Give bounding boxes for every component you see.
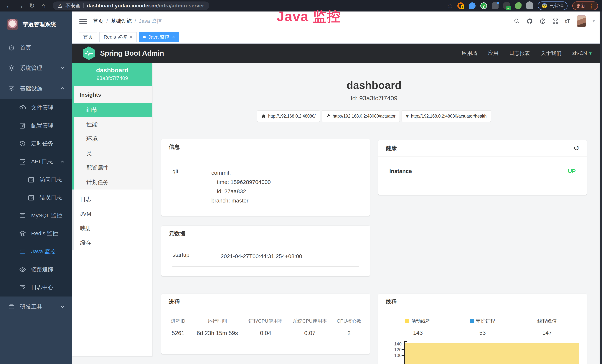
- sba-menu-scheduled-tasks[interactable]: 计划任务: [74, 175, 152, 190]
- help-icon[interactable]: [539, 18, 546, 24]
- sidebar-item-label: 错误日志: [40, 194, 62, 201]
- sba-menu-caches[interactable]: 缓存: [74, 236, 152, 250]
- health-history-icon[interactable]: ↺: [573, 145, 579, 152]
- process-proc-cpu-value: 0.04: [243, 330, 288, 337]
- chevron-down-icon: [61, 65, 64, 69]
- bookmark-star-icon[interactable]: ☆: [447, 2, 453, 10]
- sidebar-item-label: API 日志: [31, 158, 53, 165]
- sba-menu-metrics[interactable]: 性能: [74, 117, 152, 132]
- breadcrumb: 首页 / 基础设施 / Java 监控: [93, 18, 162, 25]
- endpoint-health-url[interactable]: ♥ http://192.168.0.2:48080/actuator/heal…: [402, 110, 491, 122]
- git-branch-line: branch: master: [211, 196, 271, 205]
- sidebar-item-system[interactable]: 系统管理: [0, 58, 72, 78]
- monitor-icon: [8, 85, 15, 92]
- sidebar-item-mysql-monitor[interactable]: MySQL 监控: [0, 207, 72, 225]
- sidebar-item-scheduled-jobs[interactable]: 定时任务: [0, 135, 72, 153]
- breadcrumb-home[interactable]: 首页: [93, 18, 103, 25]
- sidebar-item-devtools[interactable]: 研发工具: [0, 297, 72, 317]
- browser-reload-icon[interactable]: ↻: [27, 2, 37, 10]
- github-icon[interactable]: [527, 18, 533, 24]
- fullscreen-icon[interactable]: [552, 18, 559, 24]
- threads-live-value: 143: [386, 330, 450, 336]
- sba-menu-jvm[interactable]: JVM: [74, 207, 152, 221]
- sidebar-collapse-icon[interactable]: [79, 18, 87, 24]
- extension-icon-leaf[interactable]: [515, 2, 522, 9]
- sidebar-item-error-logs[interactable]: 错误日志: [0, 189, 72, 207]
- extension-icon-grid[interactable]: [492, 2, 499, 9]
- extension-icon-switch[interactable]: on: [503, 2, 510, 9]
- sba-nav-journal[interactable]: 日志报表: [509, 50, 530, 57]
- sba-nav-about[interactable]: 关于我们: [541, 50, 562, 57]
- browser-back-icon[interactable]: ←: [4, 2, 14, 10]
- sba-brand-title[interactable]: Spring Boot Admin: [100, 49, 164, 57]
- endpoint-service-url[interactable]: http://192.168.0.2:48080/: [257, 110, 320, 122]
- sba-nav-wallboard[interactable]: 应用墙: [462, 50, 477, 57]
- browser-home-icon[interactable]: ⌂: [39, 2, 48, 10]
- browser-scrollbar[interactable]: [600, 11, 602, 364]
- tab-java-monitor[interactable]: Java 监控×: [139, 32, 179, 42]
- sba-menu-logs[interactable]: 日志: [74, 192, 152, 207]
- user-avatar[interactable]: [577, 15, 586, 27]
- search-icon[interactable]: [514, 18, 520, 24]
- sba-instance-header[interactable]: dashboard 93a3fc7f7409: [72, 63, 152, 86]
- sba-menu-details[interactable]: 细节: [74, 103, 152, 117]
- address-bar[interactable]: ⚠ 不安全 dashboard.yudao.iocoder.cn/infra/a…: [53, 1, 209, 10]
- infra-submenu: 文件管理 配置管理 定时任务 API 日志 访问日志 错误日志: [0, 99, 72, 297]
- sidebar-item-api-logs[interactable]: API 日志: [0, 153, 72, 171]
- browser-forward-icon[interactable]: →: [16, 2, 25, 10]
- sba-navbar: Spring Boot Admin 应用墙 应用 日志报表 关于我们 zh-CN…: [72, 43, 602, 63]
- tab-close-icon[interactable]: ×: [129, 34, 132, 40]
- process-table-header: 进程ID 运行时间 进程CPU使用率 系统CPU使用率 CPU核心数: [165, 318, 366, 324]
- breadcrumb-infra[interactable]: 基础设施: [111, 18, 132, 25]
- browser-update-button[interactable]: 更新 ⋮: [572, 1, 598, 10]
- paused-label: 已暂停: [549, 3, 564, 9]
- info-card-title: 信息: [169, 139, 180, 155]
- extensions-puzzle-icon[interactable]: [526, 2, 533, 9]
- dashboard-icon: [8, 44, 15, 51]
- extension-icon-pin[interactable]: [469, 2, 475, 9]
- sba-language-select[interactable]: zh-CN ▾: [572, 50, 592, 56]
- sba-menu-classes[interactable]: 类: [74, 146, 152, 161]
- briefcase-icon: [8, 303, 15, 310]
- health-instance-row[interactable]: Instance UP: [389, 168, 576, 180]
- sidebar-item-file-manage[interactable]: 文件管理: [0, 99, 72, 117]
- legend-label-live: 活动线程: [411, 318, 430, 324]
- sba-menu-environment[interactable]: 环境: [74, 132, 152, 146]
- font-size-icon[interactable]: tT: [565, 18, 570, 24]
- sidebar-item-infra[interactable]: 基础设施: [0, 78, 72, 99]
- process-col-proc-cpu: 进程CPU使用率: [243, 318, 288, 324]
- endpoint-actuator-url[interactable]: http://192.168.0.2:48080/actuator: [322, 110, 400, 122]
- health-instance-label: Instance: [389, 168, 412, 174]
- sba-language-value: zh-CN: [572, 50, 587, 56]
- extension-icon-orange[interactable]: 1: [457, 2, 464, 9]
- sidebar-item-access-logs[interactable]: 访问日志: [0, 171, 72, 189]
- sba-menu-mappings[interactable]: 映射: [74, 221, 152, 236]
- tab-home[interactable]: 首页: [79, 32, 97, 42]
- metadata-key: startup: [172, 252, 221, 261]
- tab-close-icon[interactable]: ×: [172, 34, 175, 40]
- threads-peak-value: 147: [515, 330, 579, 336]
- sidebar-item-home[interactable]: 首页: [0, 37, 72, 58]
- sba-menu-config-props[interactable]: 配置属性: [74, 161, 152, 175]
- app-logo-row: 芋道管理系统: [0, 11, 72, 37]
- extension-icon-green-y[interactable]: y: [480, 2, 487, 9]
- sidebar-item-java-monitor[interactable]: Java 监控: [0, 243, 72, 260]
- browser-menu-icon[interactable]: ⋮: [589, 3, 594, 9]
- sidebar-item-label: 配置管理: [31, 122, 54, 129]
- sba-nav-applications[interactable]: 应用: [488, 50, 499, 57]
- endpoint-label: http://192.168.0.2:48080/: [268, 114, 316, 119]
- sidebar-item-tracing[interactable]: 链路追踪: [0, 260, 72, 278]
- sidebar-item-log-center[interactable]: 日志中心: [0, 278, 72, 297]
- sidebar-item-config-manage[interactable]: 配置管理: [0, 117, 72, 135]
- profile-paused-chip[interactable]: 😨 已暂停: [538, 1, 568, 10]
- tab-redis-monitor[interactable]: Redis 监控×: [99, 32, 137, 42]
- security-warning-icon[interactable]: ⚠: [58, 3, 63, 9]
- sidebar-item-label: MySQL 监控: [31, 212, 62, 219]
- threads-legend-values: 143 53 147: [386, 330, 579, 336]
- user-menu-caret-icon[interactable]: ▾: [592, 18, 595, 24]
- sidebar-item-label: 访问日志: [40, 176, 62, 183]
- threads-card-title: 线程: [386, 294, 397, 310]
- sidebar-item-redis-monitor[interactable]: Redis 监控: [0, 225, 72, 243]
- threads-area-series: [405, 343, 579, 364]
- sidebar-item-label: 链路追踪: [31, 266, 54, 273]
